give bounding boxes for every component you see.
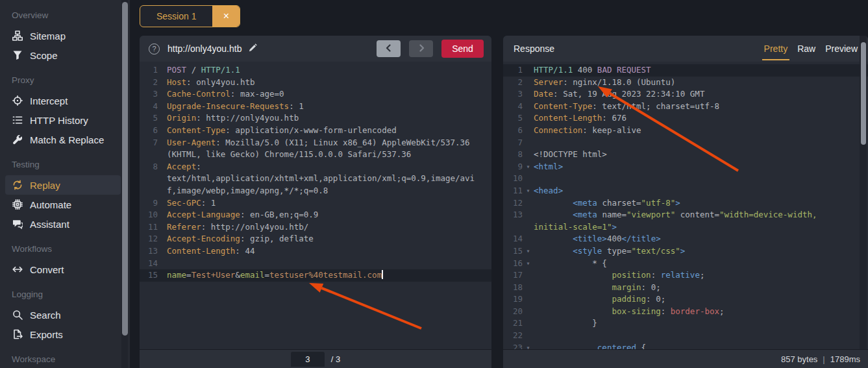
sidebar-item-automate[interactable]: Automate bbox=[5, 195, 121, 214]
code-line: 12Accept-Encoding: gzip, deflate bbox=[140, 233, 491, 245]
code-line: 3Cache-Control: max-age=0 bbox=[140, 88, 491, 101]
request-url[interactable]: http://only4you.htb bbox=[167, 43, 242, 54]
code-line: 2Host: only4you.htb bbox=[140, 77, 491, 89]
response-scrollbar-thumb[interactable] bbox=[861, 42, 866, 145]
code-line: 5Content-Length: 676 bbox=[503, 112, 868, 125]
code-line: 7 bbox=[503, 137, 868, 149]
response-view-pretty[interactable]: Pretty bbox=[764, 43, 788, 54]
nav-group-proxy: ProxyInterceptHTTP HistoryMatch & Replac… bbox=[0, 65, 130, 149]
response-title: Response bbox=[514, 43, 554, 54]
response-editor[interactable]: 1HTTP/1.1 400 BAD REQUEST2Server: nginx/… bbox=[503, 62, 868, 349]
code-line: 9▾<html> bbox=[503, 161, 868, 173]
sidebar-item-match-replace[interactable]: Match & Replace bbox=[5, 130, 121, 149]
code-line: 21 } bbox=[503, 317, 868, 330]
nav-group-label: Proxy bbox=[12, 74, 130, 87]
request-editor[interactable]: 1POST / HTTP/1.12Host: only4you.htb3Cach… bbox=[140, 62, 491, 349]
request-header: ? http://only4you.htb Send bbox=[140, 36, 491, 62]
funnel-icon bbox=[12, 50, 23, 61]
fold-chevron-icon[interactable]: ▾ bbox=[523, 342, 534, 349]
history-forward-button[interactable] bbox=[409, 40, 433, 57]
request-footer: / 3 bbox=[140, 349, 491, 368]
code-line: 20 box-sizing: border-box; bbox=[503, 306, 868, 318]
nav-group-workflows: WorkflowsConvert bbox=[0, 234, 130, 279]
tab-session-1[interactable]: Session 1 × bbox=[140, 5, 240, 27]
code-line: 8<!DOCTYPE html> bbox=[503, 149, 868, 161]
code-line: 11Referer: http://only4you.htb/ bbox=[140, 221, 491, 234]
fold-chevron-icon[interactable]: ▾ bbox=[523, 185, 534, 197]
sidebar-item-label: Replay bbox=[30, 180, 60, 191]
edit-url-button[interactable] bbox=[248, 43, 258, 55]
sidebar-item-label: Match & Replace bbox=[30, 134, 104, 145]
response-time: 1789ms bbox=[830, 354, 860, 364]
fold-chevron-icon[interactable]: ▾ bbox=[523, 258, 534, 270]
list-icon bbox=[12, 115, 23, 126]
code-line: 18 margin: 0; bbox=[503, 282, 868, 294]
stats-divider: | bbox=[823, 354, 825, 364]
code-line: 16▾ * { bbox=[503, 258, 868, 270]
request-panel: ? http://only4you.htb Send 1POST / HTTP/… bbox=[140, 36, 491, 368]
send-button[interactable]: Send bbox=[441, 40, 484, 58]
swap-arrows-icon bbox=[12, 264, 23, 275]
history-back-button[interactable] bbox=[377, 40, 401, 57]
code-line: 23▾ .centered { bbox=[503, 342, 868, 349]
code-line: (KHTML, like Gecko) Chrome/115.0.0.0 Saf… bbox=[140, 149, 491, 161]
code-line: 15▾ <style type="text/css"> bbox=[503, 245, 868, 258]
response-view-preview[interactable]: Preview bbox=[825, 43, 858, 54]
sidebar-item-intercept[interactable]: Intercept bbox=[5, 91, 121, 110]
sidebar-item-sitemap[interactable]: Sitemap bbox=[5, 26, 121, 45]
replay-icon bbox=[12, 180, 23, 191]
chevron-right-icon bbox=[417, 44, 425, 54]
help-icon[interactable]: ? bbox=[149, 43, 160, 55]
page-number-input[interactable] bbox=[291, 352, 325, 367]
export-icon bbox=[12, 329, 23, 340]
sidebar-item-convert[interactable]: Convert bbox=[5, 260, 121, 279]
response-view-raw[interactable]: Raw bbox=[797, 43, 815, 54]
chevron-left-icon bbox=[385, 44, 393, 54]
code-line: initial-scale=1"> bbox=[503, 221, 868, 234]
code-line: 17 position: relative; bbox=[503, 269, 868, 282]
page-total-label: / 3 bbox=[331, 354, 340, 364]
sidebar-item-label: Automate bbox=[30, 199, 71, 210]
tab-close-button[interactable]: × bbox=[212, 6, 240, 27]
code-line: 13 <meta name="viewport" content="width=… bbox=[503, 209, 868, 221]
sidebar-item-label: Exports bbox=[30, 329, 63, 340]
nav-group-workspace: Workspace bbox=[0, 344, 130, 366]
fold-chevron-icon[interactable]: ▾ bbox=[523, 161, 534, 173]
response-header: Response PrettyRawPreview bbox=[503, 36, 868, 62]
code-line: 7User-Agent: Mozilla/5.0 (X11; Linux x86… bbox=[140, 137, 491, 149]
sidebar-item-label: Search bbox=[30, 310, 61, 321]
sidebar-item-exports[interactable]: Exports bbox=[5, 325, 121, 344]
code-line: 15name=Test+User&email=testuser%40testma… bbox=[140, 269, 491, 282]
code-line: 1HTTP/1.1 400 BAD REQUEST bbox=[503, 64, 868, 77]
code-line: 4Content-Type: text/html; charset=utf-8 bbox=[503, 101, 868, 113]
response-size: 857 bytes bbox=[781, 354, 817, 364]
sitemap-icon bbox=[12, 31, 23, 42]
chat-bubbles-icon bbox=[12, 219, 23, 230]
sidebar-item-assistant[interactable]: Assistant bbox=[5, 214, 121, 234]
code-line: 2Server: nginx/1.18.0 (Ubuntu) bbox=[503, 77, 868, 89]
response-footer: 857 bytes | 1789ms bbox=[503, 349, 868, 368]
response-view-switcher: PrettyRawPreview bbox=[764, 43, 858, 54]
main-area: Session 1 × ? http://only4you.htb Send 1… bbox=[130, 0, 868, 368]
caido-app-window: { "app": { "accent_color": "#d9a34c", "s… bbox=[0, 0, 868, 368]
code-line: 8Accept: bbox=[140, 161, 491, 173]
sidebar-item-search[interactable]: Search bbox=[5, 305, 121, 325]
sidebar-item-label: Intercept bbox=[30, 95, 68, 106]
sidebar: OverviewSitemapScopeProxyInterceptHTTP H… bbox=[0, 0, 130, 368]
code-line: 6Connection: keep-alive bbox=[503, 125, 868, 137]
code-line: 3Date: Sat, 19 Aug 2023 22:34:10 GMT bbox=[503, 88, 868, 101]
code-line: f,image/webp,image/apng,*/*;q=0.8 bbox=[140, 185, 491, 197]
sidebar-scrollbar-thumb[interactable] bbox=[122, 2, 128, 336]
sidebar-item-scope[interactable]: Scope bbox=[5, 45, 121, 65]
nav-group-logging: LoggingSearchExports bbox=[0, 279, 130, 344]
fold-chevron-icon[interactable]: ▾ bbox=[523, 245, 534, 258]
nav-group-label: Workflows bbox=[12, 243, 130, 256]
sidebar-item-replay[interactable]: Replay bbox=[5, 175, 121, 195]
sidebar-item-label: Sitemap bbox=[30, 31, 66, 42]
magnifier-icon bbox=[12, 310, 23, 321]
code-line: 14 bbox=[140, 258, 491, 270]
sidebar-item-label: HTTP History bbox=[30, 115, 88, 126]
nav-group-label: Workspace bbox=[12, 353, 130, 366]
code-line: 9Sec-GPC: 1 bbox=[140, 197, 491, 210]
sidebar-item-http-history[interactable]: HTTP History bbox=[5, 110, 121, 130]
